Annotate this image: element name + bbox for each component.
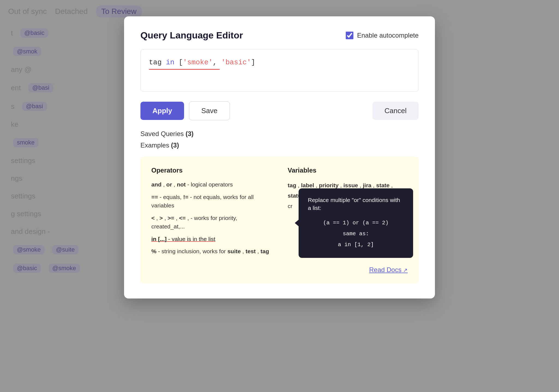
examples-row[interactable]: Examples (3) (140, 141, 419, 149)
tooltip-line3: a in [1, 2] (308, 239, 404, 250)
autocomplete-checkbox[interactable] (346, 32, 353, 39)
saved-queries-count: (3) (185, 130, 193, 137)
variables-column: Variables tag , label , priority , issue… (288, 167, 408, 260)
modal-header: Query Language Editor Enable autocomplet… (140, 30, 419, 41)
query-language-editor-modal: Query Language Editor Enable autocomplet… (124, 16, 435, 298)
autocomplete-section: Enable autocomplete (346, 32, 419, 39)
tooltip-code: (a == 1) or (a == 2) same as: a in [1, 2… (308, 218, 404, 250)
code-content: tag in ['smoke', 'basic'] (149, 57, 410, 68)
examples-count: (3) (171, 141, 179, 149)
tooltip-line2: same as: (308, 228, 404, 239)
cancel-button[interactable]: Cancel (372, 102, 419, 120)
info-box: Operators and , or , not - logical opera… (140, 157, 419, 284)
operator-and-or-not: and , or , not - logical operators (151, 180, 271, 189)
saved-queries-row[interactable]: Saved Queries (3) (140, 130, 419, 138)
operator-in: in [...] - value is in the list (151, 235, 271, 243)
button-row: Apply Save Cancel (140, 101, 419, 120)
modal-title: Query Language Editor (140, 30, 243, 41)
modal-backdrop: Query Language Editor Enable autocomplet… (0, 0, 559, 392)
save-button[interactable]: Save (189, 101, 230, 120)
code-editor[interactable]: tag in ['smoke', 'basic'] (140, 49, 419, 92)
code-in: in (166, 58, 174, 67)
saved-queries-label: Saved Queries (140, 130, 184, 137)
info-columns: Operators and , or , not - logical opera… (151, 167, 408, 260)
code-basic: 'basic' (221, 58, 251, 67)
variables-title: Variables (288, 167, 408, 174)
code-tag: tag (149, 58, 166, 67)
code-bracket-open: [ (175, 58, 183, 67)
code-underline (149, 69, 220, 70)
code-bracket-close: ] (251, 58, 256, 67)
read-docs-link[interactable]: Read Docs (369, 266, 408, 273)
tooltip-line1: (a == 1) or (a == 2) (308, 218, 404, 228)
tooltip-arrow (295, 220, 299, 226)
operator-equals: == - equals, != - not equals, works for … (151, 193, 271, 210)
code-comma: , (213, 58, 221, 67)
tooltip-box: Replace multiple "or" conditions with a … (299, 188, 413, 258)
autocomplete-label: Enable autocomplete (357, 32, 419, 39)
code-smoke: 'smoke' (183, 58, 213, 67)
examples-label: Examples (140, 141, 169, 149)
operator-comparison: < , > , >= , <= , - works for priority, … (151, 214, 271, 231)
operators-column: Operators and , or , not - logical opera… (151, 167, 271, 260)
operator-percent: % - string inclusion, works for suite , … (151, 247, 271, 256)
read-docs-row: Read Docs (151, 266, 408, 274)
apply-button[interactable]: Apply (140, 102, 184, 120)
tooltip-title: Replace multiple "or" conditions with a … (308, 196, 404, 212)
operators-title: Operators (151, 167, 271, 174)
